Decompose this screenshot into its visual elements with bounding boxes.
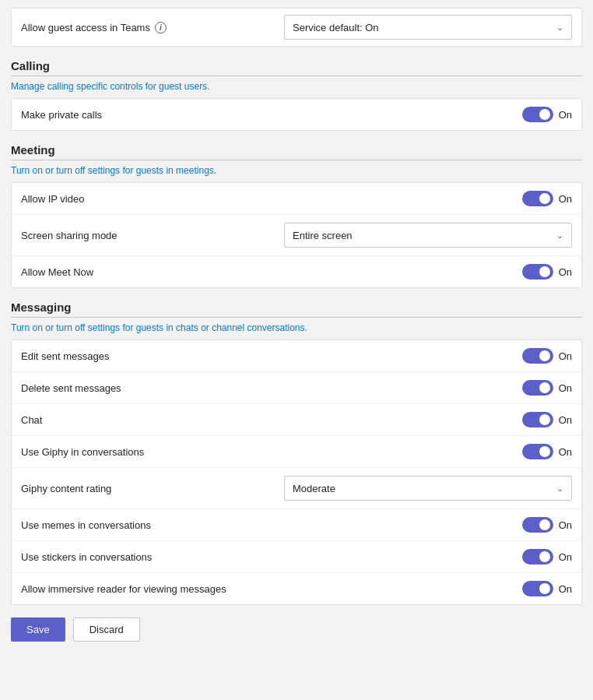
guest-access-label-group: Allow guest access in Teams i	[21, 22, 167, 33]
use-stickers-value: On	[559, 551, 572, 563]
setting-row-use-giphy: Use Giphy in conversations On	[12, 436, 581, 468]
allow-meet-now-value: On	[559, 266, 572, 278]
giphy-content-rating-dropdown[interactable]: Moderate ⌄	[284, 476, 572, 501]
messaging-settings-card: Edit sent messages On Delete sent messag…	[11, 339, 582, 605]
chat-value: On	[559, 414, 572, 426]
allow-ip-video-control: On	[522, 191, 572, 206]
use-memes-value: On	[559, 519, 572, 531]
make-private-calls-label: Make private calls	[21, 109, 102, 121]
setting-row-immersive-reader: Allow immersive reader for viewing messa…	[12, 573, 581, 604]
guest-access-label: Allow guest access in Teams	[21, 22, 150, 33]
messaging-description: Turn on or turn off settings for guests …	[11, 322, 582, 333]
chat-label: Chat	[21, 414, 42, 426]
meeting-title: Meeting	[11, 143, 582, 157]
messaging-section: Messaging Turn on or turn off settings f…	[11, 301, 582, 605]
delete-sent-messages-toggle[interactable]	[522, 380, 553, 396]
meeting-section: Meeting Turn on or turn off settings for…	[11, 143, 582, 288]
delete-sent-messages-label: Delete sent messages	[21, 382, 121, 394]
calling-divider	[11, 76, 582, 76]
setting-row-allow-ip-video: Allow IP video On	[12, 183, 581, 215]
giphy-content-rating-label: Giphy content rating	[21, 483, 111, 494]
edit-sent-messages-value: On	[559, 350, 572, 362]
use-memes-label: Use memes in conversations	[21, 519, 151, 531]
info-icon[interactable]: i	[155, 22, 167, 33]
setting-row-screen-sharing-mode: Screen sharing mode Entire screen ⌄	[12, 215, 581, 256]
edit-sent-messages-control: On	[522, 348, 572, 364]
messaging-divider	[11, 317, 582, 318]
allow-ip-video-value: On	[559, 193, 572, 205]
settings-page: Allow guest access in Teams i Service de…	[0, 0, 593, 657]
setting-row-giphy-content-rating: Giphy content rating Moderate ⌄	[12, 468, 581, 509]
setting-row-use-memes: Use memes in conversations On	[12, 509, 581, 541]
calling-section: Calling Manage calling specific controls…	[11, 59, 582, 131]
allow-meet-now-control: On	[522, 264, 572, 280]
calling-description: Manage calling specific controls for gue…	[11, 81, 582, 92]
meeting-divider	[11, 160, 582, 160]
calling-title: Calling	[11, 59, 582, 72]
make-private-calls-value: On	[559, 109, 572, 121]
meeting-description: Turn on or turn off settings for guests …	[11, 165, 582, 176]
immersive-reader-control: On	[522, 581, 572, 596]
guest-access-row: Allow guest access in Teams i Service de…	[11, 8, 582, 47]
use-giphy-control: On	[522, 444, 572, 459]
giphy-content-rating-value: Moderate	[293, 483, 335, 494]
delete-sent-messages-control: On	[522, 380, 572, 396]
footer: Save Discard	[11, 617, 582, 642]
delete-sent-messages-value: On	[559, 382, 572, 394]
save-button[interactable]: Save	[11, 617, 65, 642]
setting-row-edit-sent-messages: Edit sent messages On	[12, 340, 581, 372]
allow-ip-video-toggle[interactable]	[522, 191, 553, 206]
immersive-reader-value: On	[559, 583, 572, 595]
edit-sent-messages-toggle[interactable]	[522, 348, 553, 364]
calling-settings-card: Make private calls On	[11, 98, 582, 131]
allow-meet-now-label: Allow Meet Now	[21, 266, 93, 278]
setting-row-use-stickers: Use stickers in conversations On	[12, 541, 581, 573]
use-stickers-toggle[interactable]	[522, 549, 553, 565]
chat-control: On	[522, 412, 572, 427]
use-stickers-label: Use stickers in conversations	[21, 551, 152, 563]
immersive-reader-label: Allow immersive reader for viewing messa…	[21, 583, 226, 595]
guest-access-dropdown-value: Service default: On	[293, 22, 379, 33]
meeting-settings-card: Allow IP video On Screen sharing mode En…	[11, 182, 582, 288]
immersive-reader-toggle[interactable]	[522, 581, 553, 596]
use-giphy-value: On	[559, 446, 572, 458]
make-private-calls-control: On	[522, 107, 572, 122]
discard-button[interactable]: Discard	[73, 617, 140, 642]
edit-sent-messages-label: Edit sent messages	[21, 350, 109, 362]
screen-sharing-mode-value: Entire screen	[293, 230, 353, 241]
screen-sharing-mode-label: Screen sharing mode	[21, 230, 118, 241]
setting-row-allow-meet-now: Allow Meet Now On	[12, 256, 581, 287]
setting-row-chat: Chat On	[12, 404, 581, 436]
use-memes-control: On	[522, 517, 572, 533]
make-private-calls-toggle[interactable]	[522, 107, 553, 122]
use-giphy-label: Use Giphy in conversations	[21, 446, 144, 458]
use-stickers-control: On	[522, 549, 572, 565]
chevron-down-icon: ⌄	[556, 484, 563, 494]
chevron-down-icon: ⌄	[556, 230, 563, 241]
chat-toggle[interactable]	[522, 412, 553, 427]
setting-row-make-private-calls: Make private calls On	[12, 99, 581, 130]
allow-ip-video-label: Allow IP video	[21, 193, 84, 205]
chevron-down-icon: ⌄	[556, 23, 563, 33]
allow-meet-now-toggle[interactable]	[522, 264, 553, 280]
use-giphy-toggle[interactable]	[522, 444, 553, 459]
messaging-title: Messaging	[11, 301, 582, 314]
setting-row-delete-sent-messages: Delete sent messages On	[12, 372, 581, 404]
guest-access-dropdown[interactable]: Service default: On ⌄	[284, 15, 572, 40]
use-memes-toggle[interactable]	[522, 517, 553, 533]
screen-sharing-mode-dropdown[interactable]: Entire screen ⌄	[284, 223, 572, 248]
